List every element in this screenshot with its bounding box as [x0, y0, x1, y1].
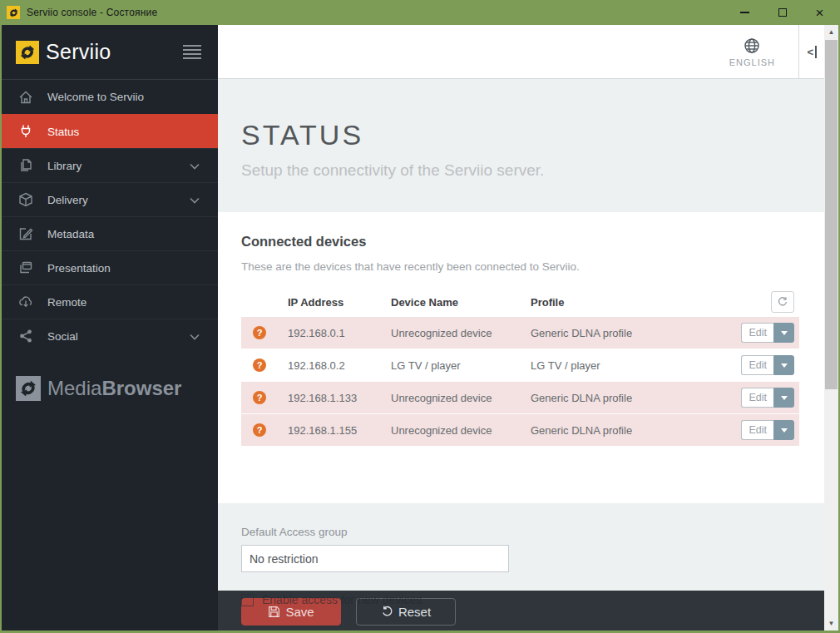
question-badge-icon: ? [253, 326, 266, 339]
reset-button[interactable]: Reset [356, 598, 456, 626]
cell-profile: Generic DLNA profile [531, 392, 731, 404]
refresh-button[interactable] [771, 291, 794, 313]
edit-button[interactable]: Edit [741, 323, 773, 343]
close-icon: × [816, 6, 824, 20]
app-icon [7, 6, 20, 19]
refresh-icon [777, 296, 788, 308]
topbar: ENGLISH < [218, 25, 824, 79]
scrollbar-thumb[interactable] [825, 40, 838, 389]
edit-dropdown-button[interactable] [773, 355, 794, 375]
sidebar-item-label: Metadata [47, 228, 94, 240]
question-badge-icon: ? [253, 359, 266, 372]
scroll-up-button[interactable]: ▲ [824, 25, 838, 39]
edit-button[interactable]: Edit [741, 355, 773, 375]
collapse-icon: < [807, 46, 816, 58]
sidebar-item-remote[interactable]: Remote [2, 284, 218, 319]
section-description: These are the devices that have recently… [241, 260, 799, 273]
scroll-down-button[interactable]: ▼ [824, 616, 838, 631]
pages-icon [17, 156, 35, 175]
minimize-icon [740, 12, 749, 13]
caret-down-icon [781, 396, 788, 400]
edit-button[interactable]: Edit [741, 420, 773, 440]
cell-ip: 192.168.0.2 [288, 359, 391, 372]
caret-down-icon [781, 428, 788, 433]
brand-row: Serviio [2, 25, 218, 80]
main-content: ENGLISH < STATUS Setup the connectivity … [218, 25, 824, 631]
sidebar-item-welcome[interactable]: Welcome to Serviio [2, 80, 218, 114]
sidebar-item-library[interactable]: Library [2, 148, 218, 182]
mediabrowser-icon [16, 376, 41, 401]
save-icon [268, 606, 280, 618]
col-device-name: Device Name [391, 296, 531, 309]
sidebar-item-label: Social [47, 330, 78, 343]
cell-device-name: Unrecognized device [391, 327, 531, 339]
section-heading: Connected devices [241, 234, 799, 250]
cell-profile: Generic DLNA profile [531, 327, 731, 339]
vertical-scrollbar: ▲ ▼ [824, 25, 838, 631]
cell-ip: 192.168.1.133 [288, 392, 391, 404]
cell-device-name: Unrecognized device [391, 392, 531, 404]
col-ip-address: IP Address [288, 296, 391, 309]
chevron-down-icon [190, 160, 200, 172]
question-badge-icon: ? [253, 423, 266, 437]
table-row: ? 192.168.1.155 Unrecognized device Gene… [241, 414, 799, 447]
edit-dropdown-button[interactable] [773, 420, 794, 440]
edit-dropdown-button[interactable] [773, 388, 794, 408]
sidebar-item-label: Library [47, 160, 82, 172]
home-icon [17, 88, 35, 106]
sidebar: Serviio Welcome to Serviio [2, 25, 218, 631]
sidebar-item-delivery[interactable]: Delivery [2, 182, 218, 216]
sidebar-item-metadata[interactable]: Metadata [2, 216, 218, 250]
sidebar-item-label: Welcome to Serviio [47, 91, 144, 103]
sidebar-item-social[interactable]: Social [2, 319, 218, 353]
edit-dropdown-button[interactable] [773, 323, 794, 343]
chevron-down-icon [190, 330, 200, 343]
box-icon [17, 190, 35, 209]
app-window: Serviio console - Состояние × Serviio [0, 0, 840, 633]
scrollbar-track[interactable] [824, 39, 838, 616]
save-button[interactable]: Save [241, 598, 341, 626]
caret-down-icon [781, 331, 788, 335]
col-profile: Profile [531, 296, 731, 309]
page-title: STATUS [241, 119, 824, 151]
caret-down-icon [781, 363, 788, 368]
collapse-panel-button[interactable]: < [799, 25, 824, 78]
serviio-logo-icon [16, 41, 39, 64]
cloud-download-icon [17, 293, 35, 311]
table-row: ? 192.168.0.2 LG TV / player LG TV / pla… [241, 349, 799, 382]
language-selector[interactable]: ENGLISH [729, 37, 775, 67]
maximize-button[interactable] [763, 0, 801, 25]
reset-icon [381, 606, 393, 618]
share-icon [17, 327, 35, 345]
devices-table: IP Address Device Name Profile [241, 287, 799, 447]
plug-icon [17, 122, 35, 141]
footer-bar: Enable access for new devices Save Reset [218, 591, 824, 631]
cell-profile: LG TV / player [531, 359, 731, 372]
chevron-down-icon [190, 194, 200, 206]
menu-toggle-icon[interactable] [183, 45, 201, 59]
sidebar-item-label: Delivery [47, 194, 88, 206]
language-label: ENGLISH [729, 57, 775, 67]
globe-icon [743, 37, 761, 55]
titlebar: Serviio console - Состояние × [2, 0, 838, 25]
cell-device-name: LG TV / player [391, 359, 531, 372]
table-row: ? 192.168.1.133 Unrecognized device Gene… [241, 382, 799, 414]
maximize-icon [778, 8, 787, 17]
brand-name: Serviio [46, 40, 111, 64]
page-subtitle: Setup the connectivity of the Serviio se… [241, 161, 824, 180]
window-title: Serviio console - Состояние [27, 7, 157, 18]
access-group-section: Default Access group [218, 503, 824, 591]
sidebar-item-label: Remote [47, 296, 86, 309]
sidebar-item-label: Status [47, 126, 79, 138]
minimize-button[interactable] [726, 0, 763, 25]
close-button[interactable]: × [801, 0, 838, 25]
mediabrowser-logo: MediaBrowser [16, 376, 218, 401]
cell-ip: 192.168.1.155 [288, 424, 391, 437]
sidebar-item-status[interactable]: Status [2, 114, 218, 148]
access-group-input[interactable] [241, 545, 509, 572]
edit-button[interactable]: Edit [741, 388, 773, 408]
sidebar-item-presentation[interactable]: Presentation [2, 250, 218, 284]
access-group-label: Default Access group [241, 526, 824, 538]
cell-device-name: Unrecognized device [391, 424, 531, 437]
sidebar-item-label: Presentation [47, 262, 111, 274]
